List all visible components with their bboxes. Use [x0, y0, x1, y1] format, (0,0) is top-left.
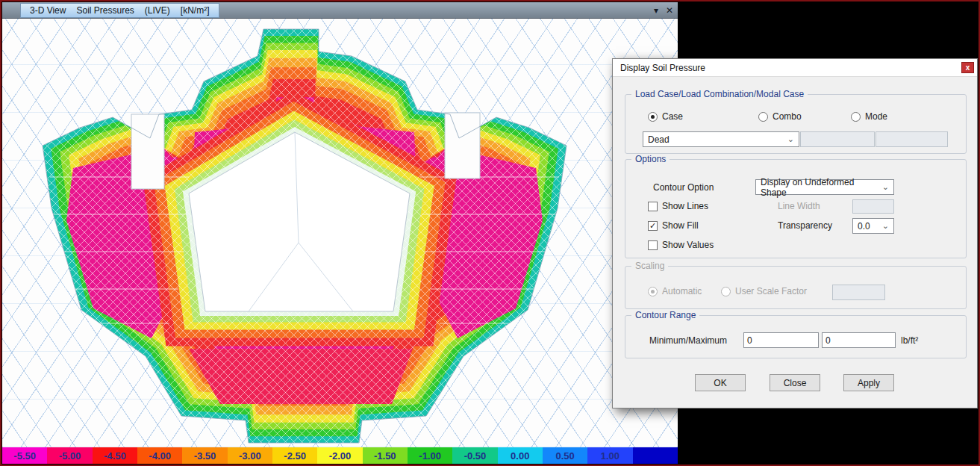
min-max-label: Minimum/Maximum [649, 335, 727, 346]
legend-value-label: -5.50 [13, 450, 36, 462]
contour-range-group: Contour Range Minimum/Maximum lb/ft² [625, 315, 967, 358]
dialog-title: Display Soil Pressure [620, 63, 705, 73]
mode-field-disabled [876, 131, 948, 147]
check-icon: ✓ [649, 222, 656, 230]
legend-segment: -0.50 [452, 447, 497, 464]
transparency-label: Transparency [778, 220, 832, 231]
options-group-title: Options [631, 154, 670, 164]
load-case-group-title: Load Case/Load Combination/Modal Case [631, 89, 808, 99]
scaling-group-title: Scaling [631, 261, 668, 271]
window-menu-caret-icon[interactable]: ▾ [654, 2, 658, 19]
legend-value-label: -1.50 [374, 450, 396, 462]
automatic-radio [648, 287, 658, 296]
user-scale-field [832, 285, 885, 300]
combo-radio[interactable] [758, 112, 768, 122]
scaling-group: Scaling Automatic User Scale Factor [625, 266, 967, 309]
ok-button[interactable]: OK [695, 374, 746, 391]
legend-value-label: -4.00 [149, 450, 171, 462]
show-values-checkbox[interactable] [648, 240, 658, 250]
legend-segment: 0.00 [498, 447, 543, 464]
legend-value-label: -2.50 [284, 450, 306, 462]
apply-button[interactable]: Apply [843, 374, 894, 391]
chevron-down-icon: ⌄ [882, 221, 889, 231]
tab-title-units: [kN/m²] [181, 5, 210, 16]
3d-viewport[interactable] [2, 19, 678, 447]
user-scale-radio [721, 287, 731, 296]
legend-value-label: -3.50 [194, 450, 216, 462]
combo-field-disabled [800, 131, 875, 147]
legend-value-label: -2.00 [329, 450, 352, 462]
legend-segment [633, 447, 678, 464]
legend-value-label: 0.50 [555, 450, 574, 462]
chevron-down-icon: ⌄ [882, 182, 889, 192]
screenshot-frame: 3-D View Soil Pressures (LIVE) [kN/m²] ▾… [0, 0, 980, 466]
load-case-group: Load Case/Load Combination/Modal Case Ca… [625, 94, 967, 154]
automatic-radio-label: Automatic [662, 286, 702, 296]
show-lines-checkbox[interactable] [648, 202, 658, 211]
legend-segment: -3.50 [182, 447, 227, 464]
display-soil-pressure-dialog: Display Soil Pressure x Load Case/Load C… [612, 58, 978, 408]
legend-segment: -4.50 [93, 447, 137, 464]
transparency-value: 0.0 [858, 221, 870, 232]
close-button[interactable]: Close [770, 374, 820, 391]
contour-option-value: Display on Undeformed Shape [761, 177, 882, 198]
line-width-label: Line Width [778, 201, 820, 211]
tab-title-case: (LIVE) [145, 5, 170, 16]
show-lines-label: Show Lines [662, 201, 708, 211]
legend-value-label: 1.00 [601, 450, 619, 462]
case-radio[interactable] [648, 112, 658, 122]
show-fill-checkbox[interactable]: ✓ [648, 221, 658, 231]
view-titlebar: 3-D View Soil Pressures (LIVE) [kN/m²] ▾… [2, 2, 678, 19]
load-case-dropdown-value: Dead [648, 134, 670, 145]
window-controls: ▾ ✕ [654, 2, 673, 19]
chevron-down-icon: ⌄ [787, 134, 794, 144]
mode-radio-label: Mode [865, 111, 887, 122]
legend-segment: -1.00 [408, 447, 452, 464]
options-group: Options Contour Option Display on Undefo… [625, 159, 967, 258]
pressure-unit-label: lb/ft² [901, 335, 918, 346]
legend-segment: 1.00 [587, 447, 632, 464]
legend-segment: -2.00 [317, 447, 362, 464]
contour-option-dropdown[interactable]: Display on Undeformed Shape ⌄ [755, 179, 894, 195]
legend-value-label: -3.00 [239, 450, 261, 462]
legend-value-label: -0.50 [464, 450, 487, 462]
legend-value-label: 0.00 [511, 450, 529, 462]
legend-segment: 0.50 [543, 447, 587, 464]
view-tab[interactable]: 3-D View Soil Pressures (LIVE) [kN/m²] [20, 3, 219, 18]
3d-view-window: 3-D View Soil Pressures (LIVE) [kN/m²] ▾… [2, 2, 678, 464]
mode-radio[interactable] [851, 112, 861, 122]
tab-title-type: Soil Pressures [76, 5, 134, 16]
legend-segment: -2.50 [272, 447, 317, 464]
tab-title-view: 3-D View [30, 5, 66, 16]
legend-value-label: -5.00 [59, 450, 81, 462]
maximum-input[interactable] [822, 332, 896, 348]
case-radio-label: Case [662, 111, 683, 122]
legend-segment: -3.00 [228, 447, 272, 464]
show-fill-label: Show Fill [662, 220, 699, 231]
dialog-close-icon[interactable]: x [961, 62, 974, 73]
legend-value-label: -1.00 [419, 450, 441, 462]
combo-radio-label: Combo [773, 111, 802, 122]
show-values-label: Show Values [662, 240, 714, 250]
legend-segment: -5.00 [47, 447, 92, 464]
legend-segment: -4.00 [137, 447, 182, 464]
window-close-icon[interactable]: ✕ [666, 2, 673, 19]
load-case-dropdown[interactable]: Dead ⌄ [643, 131, 799, 147]
contour-range-group-title: Contour Range [631, 310, 699, 320]
soil-pressure-contour-plot [2, 19, 678, 447]
user-scale-radio-label: User Scale Factor [735, 286, 807, 296]
contour-legend: -5.50-5.00-4.50-4.00-3.50-3.00-2.50-2.00… [2, 447, 678, 464]
minimum-input[interactable] [743, 332, 819, 348]
transparency-dropdown[interactable]: 0.0 ⌄ [852, 218, 894, 234]
legend-segment: -1.50 [363, 447, 408, 464]
legend-value-label: -4.50 [104, 450, 126, 462]
line-width-field [852, 199, 894, 214]
legend-segment: -5.50 [2, 447, 47, 464]
dialog-titlebar[interactable]: Display Soil Pressure [613, 59, 977, 77]
contour-option-label: Contour Option [653, 182, 714, 193]
